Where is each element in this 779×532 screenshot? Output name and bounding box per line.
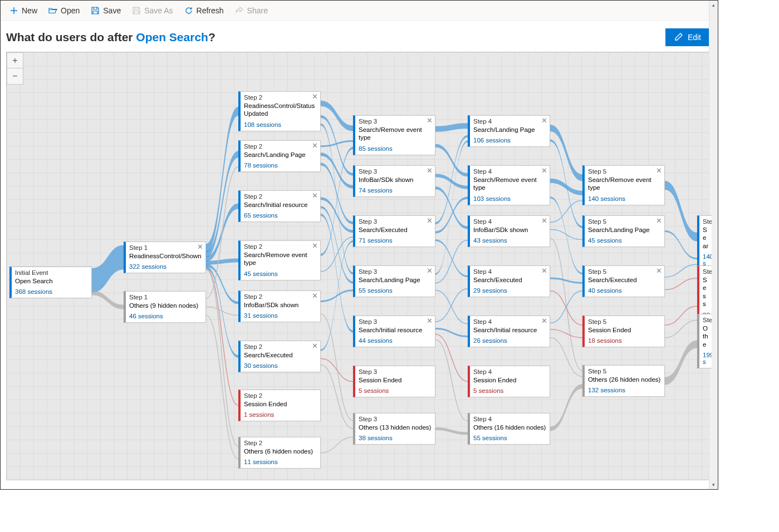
flow-node[interactable]: Step 4Search/Landing Page106 sessions✕ [468,115,550,147]
flow-node[interactable]: Step 3Search/Executed71 sessions✕ [353,215,435,247]
save-as-icon [132,6,141,15]
close-icon[interactable]: ✕ [197,243,203,250]
close-icon[interactable]: ✕ [656,217,662,224]
close-icon[interactable]: ✕ [427,167,433,174]
close-icon[interactable]: ✕ [312,192,318,199]
flow-node[interactable]: Step 4Others (16 hidden nodes)55 session… [468,413,550,445]
scroll-down-icon[interactable]: ▾ [709,480,718,489]
node-sessions: 55 sessions [470,434,550,444]
close-icon[interactable]: ✕ [541,217,547,224]
close-icon[interactable]: ✕ [427,117,433,124]
edit-button[interactable]: Edit [665,28,710,46]
heading-highlight[interactable]: Open Search [136,31,208,43]
flow-node[interactable]: Step 2ReadinessControl/Status Updated108… [238,91,321,131]
flow-node[interactable]: Step 1Others (9 hidden nodes)46 sessions [124,291,206,323]
flow-node[interactable]: Step 3Search/Remove event type85 session… [353,115,435,155]
node-step: Step 2 [241,191,320,200]
flow-node[interactable]: Step 5Search/Landing Page45 sessions✕ [582,215,665,247]
flow-node[interactable]: Step 5Others (26 hidden nodes)132 sessio… [582,365,665,397]
flow-node[interactable]: Step 3Others (13 hidden nodes)38 session… [353,413,435,445]
close-icon[interactable]: ✕ [656,267,662,274]
node-sessions: 103 sessions [470,194,550,205]
save-label: Save [103,6,121,15]
flow-canvas[interactable]: + − Initial EventOpen Search368 sessions… [6,52,712,480]
zoom-in-button[interactable]: + [7,53,23,68]
node-name: Others (13 hidden nodes) [355,422,435,434]
flow-node[interactable]: Step 2Search/Remove event type45 session… [238,240,321,280]
flow-node[interactable]: Step 4Search/Executed29 sessions✕ [468,265,550,297]
node-step: Step 3 [355,166,435,175]
close-icon[interactable]: ✕ [312,292,318,299]
heading-row: What do users do after Open Search? Edit [1,21,718,52]
node-step: Step 2 [241,92,320,101]
node-sessions: 5 sessions [470,386,550,397]
close-icon[interactable]: ✕ [656,167,662,174]
node-name: Search/Executed [355,225,435,236]
node-step: Step 4 [470,366,550,375]
refresh-button[interactable]: Refresh [180,4,228,17]
node-sessions: 18 sessions [585,336,664,347]
flow-node[interactable]: Step 3Search/Landing Page55 sessions✕ [353,265,435,297]
scroll-up-icon[interactable]: ▴ [709,1,718,9]
node-step: Step 2 [241,141,320,150]
node-step: Step 1 [126,242,205,251]
flow-node[interactable]: Step 2Search/Landing Page78 sessions✕ [238,140,321,172]
node-sessions: 43 sessions [470,236,550,247]
close-icon[interactable]: ✕ [312,242,318,249]
flow-node[interactable]: Step 3Session Ended5 sessions [353,366,435,397]
flow-node[interactable]: Step 4Search/Remove event type103 sessio… [468,165,550,205]
node-name: Search/Executed [470,275,550,286]
flow-node[interactable]: Step 2Session Ended1 sessions [238,390,321,421]
node-name: Open Search [12,276,91,287]
flow-node[interactable]: Step 2Search/Initial resource65 sessions… [238,190,321,222]
flow-node[interactable]: Step 3Search/Initial resource44 sessions… [353,316,435,347]
close-icon[interactable]: ✕ [427,267,433,274]
node-sessions: 46 sessions [126,312,205,322]
flow-node[interactable]: Step 4Session Ended5 sessions [468,366,550,397]
share-button: Share [231,4,272,17]
pencil-icon [674,32,683,43]
new-button[interactable]: New [5,4,42,17]
node-sessions: 106 sessions [470,136,550,146]
flow-node[interactable]: Step 2InfoBar/SDk shown31 sessions✕ [238,290,321,322]
flow-node[interactable]: Initial EventOpen Search368 sessions [9,267,92,298]
node-name: Others (26 hidden nodes) [585,375,664,386]
flow-node[interactable]: Step 3InfoBar/SDk shown74 sessions✕ [353,165,435,197]
flow-node[interactable]: Step 5Search/Executed40 sessions✕ [582,265,665,297]
close-icon[interactable]: ✕ [312,93,318,100]
zoom-out-button[interactable]: − [7,68,23,84]
flow-node[interactable]: StepSear140 s [697,215,712,270]
node-step: Step 5 [585,166,664,175]
flow-node[interactable]: Step 5Search/Remove event type140 sessio… [582,165,665,205]
node-name: ReadinessControl/Status Updated [241,101,320,120]
close-icon[interactable]: ✕ [312,142,318,149]
save-button[interactable]: Save [86,4,125,17]
close-icon[interactable]: ✕ [427,317,433,324]
node-name: InfoBar/SDk shown [470,225,550,236]
save-icon [91,6,100,15]
flow-node[interactable]: StepOthe199 s [697,314,712,368]
close-icon[interactable]: ✕ [541,167,547,174]
node-name: Session Ended [470,375,550,386]
node-sessions: 11 sessions [241,457,320,468]
close-icon[interactable]: ✕ [541,317,547,324]
open-button[interactable]: Open [44,4,84,17]
flow-node[interactable]: Step 2Search/Executed30 sessions✕ [238,341,321,372]
node-step: Step 4 [470,316,550,325]
flow-node[interactable]: Step 1ReadinessControl/Shown322 sessions… [124,242,206,273]
close-icon[interactable]: ✕ [541,267,547,274]
close-icon[interactable]: ✕ [541,117,547,124]
node-step: Step 5 [585,266,664,275]
node-step: Step 4 [470,266,550,275]
node-name: Session Ended [241,399,320,410]
node-name: Search/Landing Page [241,150,320,161]
flow-node[interactable]: Step 4InfoBar/SDk shown43 sessions✕ [468,215,550,247]
close-icon[interactable]: ✕ [427,217,433,224]
flow-node[interactable]: Step 2Others (6 hidden nodes)11 sessions [238,437,321,469]
flow-node[interactable]: Step 4Search/Initial resource26 sessions… [468,316,550,347]
node-sessions: 26 sessions [470,336,550,347]
flow-node[interactable]: Step 5Session Ended18 sessions [582,316,665,347]
node-step: Step 3 [355,413,435,422]
node-sessions: 132 sessions [585,386,664,396]
close-icon[interactable]: ✕ [312,342,318,349]
